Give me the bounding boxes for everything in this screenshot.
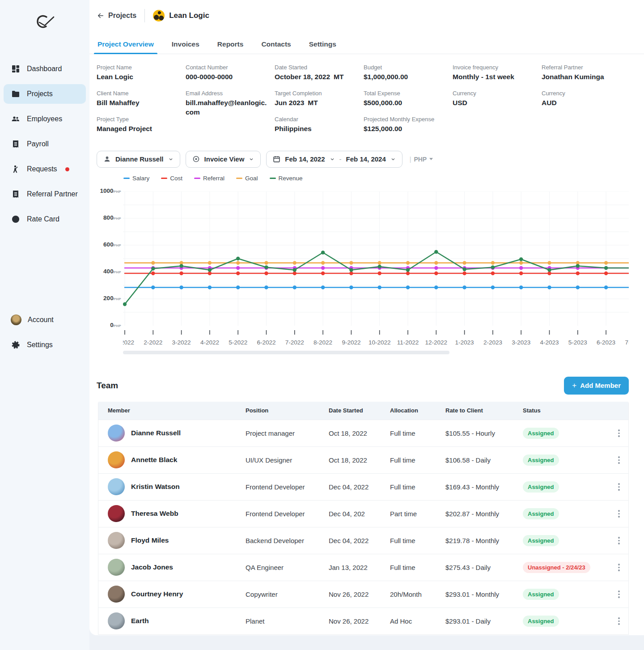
member-position: QA Engineer xyxy=(246,564,329,571)
member-rate: $293.01 - Monthly xyxy=(445,591,523,598)
caret-down-icon xyxy=(429,158,433,160)
field-total-expense: Total Expense$500,000.00 xyxy=(364,90,453,108)
legend-label: Referral xyxy=(203,175,225,182)
member-avatar xyxy=(108,559,125,576)
row-menu-button[interactable] xyxy=(614,617,623,625)
member-filter-dropdown[interactable]: Dianne Russell xyxy=(97,151,180,168)
sidebar-item-referral-partner[interactable]: Referral Partner xyxy=(4,184,86,204)
member-rate: $106.58 - Daily xyxy=(445,456,523,464)
field-projected-monthly-expense: Projected Monthly Expense$125,000.00 xyxy=(364,116,453,134)
column-header-member: Member xyxy=(108,407,246,414)
legend-swatch xyxy=(194,178,200,179)
add-member-button[interactable]: + Add Member xyxy=(564,377,629,395)
sidebar-item-requests[interactable]: Requests xyxy=(4,159,86,179)
member-date-started: Jan 13, 2022 xyxy=(329,564,390,571)
chart-filters: Dianne Russell Invoice View Feb 14, 2022… xyxy=(89,146,644,168)
legend-item-revenue[interactable]: Revenue xyxy=(270,175,303,182)
row-menu-button[interactable] xyxy=(614,456,623,464)
member-rate: $293.01 - Daily xyxy=(445,617,523,625)
field-label: Date Started xyxy=(275,64,356,71)
status-badge: Unassigned - 2/24/23 xyxy=(523,562,590,573)
view-filter-dropdown[interactable]: Invoice View xyxy=(186,151,261,168)
field-project-type: Project TypeManaged Project xyxy=(97,116,186,134)
back-to-projects-button[interactable]: Projects xyxy=(97,12,136,20)
field-label: Referral Partner xyxy=(542,64,623,71)
currency-dropdown[interactable]: | PHP xyxy=(410,156,433,163)
member-date-started: Dec 04, 2022 xyxy=(329,483,390,491)
member-date-started: Nov 26, 2022 xyxy=(329,591,390,598)
y-axis-unit: PHP xyxy=(114,190,121,194)
sidebar-item-account[interactable]: Account xyxy=(4,310,86,330)
legend-item-cost[interactable]: Cost xyxy=(161,175,182,182)
sidebar-footer: AccountSettings xyxy=(0,310,89,355)
member-rate: $105.55 - Hourly xyxy=(445,429,523,437)
tab-settings[interactable]: Settings xyxy=(308,38,337,54)
svg-text:9-2022: 9-2022 xyxy=(342,339,360,346)
member-cell: Dianne Russell xyxy=(108,425,246,442)
y-axis-tick: 200PHP xyxy=(103,295,121,302)
field-label: Project Name xyxy=(97,64,178,71)
sidebar-item-employees[interactable]: Employees xyxy=(4,109,86,129)
field-label: Currency xyxy=(542,90,623,97)
member-position: Project manager xyxy=(246,429,329,437)
legend-label: Cost xyxy=(170,175,182,182)
table-row: Jacob JonesQA EngineerJan 13, 2022Full t… xyxy=(98,554,628,581)
sidebar-item-payroll[interactable]: Payroll xyxy=(4,134,86,154)
chevron-down-icon xyxy=(249,157,254,162)
legend-item-goal[interactable]: Goal xyxy=(236,175,258,182)
row-menu-button[interactable] xyxy=(614,564,623,571)
y-axis-unit: PHP xyxy=(114,217,121,221)
member-name: Courtney Henry xyxy=(131,590,183,598)
member-name: Kristin Watson xyxy=(131,483,180,491)
tab-invoices[interactable]: Invoices xyxy=(171,38,200,54)
tab-project-overview[interactable]: Project Overview xyxy=(97,38,155,54)
member-avatar xyxy=(108,505,125,522)
member-date-started: Oct 18, 2022 xyxy=(329,429,390,437)
legend-item-salary[interactable]: Salary xyxy=(123,175,149,182)
row-menu-button[interactable] xyxy=(614,591,623,598)
sidebar-item-projects[interactable]: Projects xyxy=(4,84,86,104)
sidebar-item-dashboard[interactable]: Dashboard xyxy=(4,59,86,79)
sidebar-item-label: Requests xyxy=(27,165,57,173)
field-project-name: Project NameLean Logic xyxy=(97,64,186,82)
y-axis-tick: 600PHP xyxy=(103,241,121,248)
date-range-picker[interactable]: Feb 14, 2022 - Feb 14, 2024 xyxy=(266,151,402,168)
svg-text:6-2022: 6-2022 xyxy=(257,339,275,346)
row-menu-button[interactable] xyxy=(614,429,623,437)
y-axis-tick: 1000PHP xyxy=(100,187,121,194)
member-position: Frontend Developer xyxy=(246,483,329,491)
sidebar-item-settings[interactable]: Settings xyxy=(4,335,86,355)
tab-reports[interactable]: Reports xyxy=(216,38,245,54)
member-position: UI/UX Designer xyxy=(246,456,329,464)
overview-column: Project NameLean LogicClient NameBill Ma… xyxy=(97,64,186,142)
member-allocation: Part time xyxy=(390,510,445,518)
chart-scrollbar-thumb[interactable] xyxy=(123,351,449,354)
row-menu-button[interactable] xyxy=(614,483,623,491)
field-date-started: Date StartedOctober 18, 2022MT xyxy=(275,64,364,82)
add-member-label: Add Member xyxy=(580,382,621,389)
row-menu-button[interactable] xyxy=(614,510,623,518)
member-position: Frontend Developer xyxy=(246,510,329,518)
sidebar-item-label: Settings xyxy=(27,341,53,349)
date-to-value: Feb 14, 2024 xyxy=(346,155,386,163)
tab-contacts[interactable]: Contacts xyxy=(260,38,292,54)
field-value: $500,000.00 xyxy=(364,98,445,108)
legend-item-referral[interactable]: Referral xyxy=(194,175,225,182)
row-menu-button[interactable] xyxy=(614,537,623,544)
svg-text:2-2022: 2-2022 xyxy=(144,339,162,346)
svg-text:8-2022: 8-2022 xyxy=(314,339,332,346)
view-icon xyxy=(192,155,200,163)
status-badge: Assigned xyxy=(523,535,559,546)
sidebar-item-rate-card[interactable]: Rate Card xyxy=(4,209,86,229)
field-email-address: Email Addressbill.mahaffey@leanlogic.com xyxy=(186,90,275,117)
chart-area: 0PHP200PHP400PHP600PHP800PHP1000PHP 1-20… xyxy=(89,185,644,349)
member-name: Floyd Miles xyxy=(131,536,169,544)
member-avatar xyxy=(108,586,125,603)
field-value: AUD xyxy=(542,98,623,108)
member-name: Annette Black xyxy=(131,456,177,464)
overview-column: Referral PartnerJonathan KumingaCurrency… xyxy=(542,64,631,142)
chart-scrollbar-track xyxy=(123,351,629,354)
team-table: MemberPositionDate StartedAllocationRate… xyxy=(98,402,629,635)
back-arrow-icon xyxy=(97,12,105,20)
member-status: Assigned xyxy=(523,535,614,546)
